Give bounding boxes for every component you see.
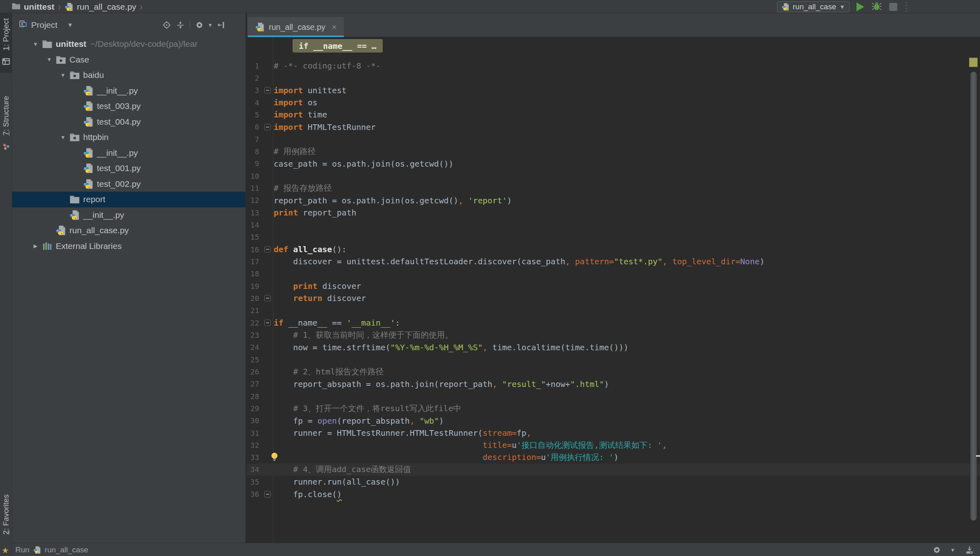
code-line-8[interactable]: 8# 用例路径 <box>247 145 980 157</box>
debug-button[interactable] <box>871 0 882 13</box>
code-line-7[interactable]: 7 <box>247 133 980 145</box>
tool-button-structure[interactable]: 7: Structure <box>2 96 10 136</box>
breadcrumb-project[interactable]: unittest <box>24 2 54 12</box>
tree-item--init-py[interactable]: __init__.py <box>12 145 245 161</box>
status-run-widget[interactable]: Run run_all_case <box>15 543 88 556</box>
tool-button-favorites[interactable]: 2: Favorites <box>2 494 10 534</box>
tree-item-path: ~/Desktop/dev-code(pa)/lear <box>90 39 198 49</box>
code-line-13[interactable]: 13print report_path <box>247 207 980 219</box>
tree-item-baidu[interactable]: ▼baidu <box>12 67 245 83</box>
fold-marker-icon[interactable] <box>262 246 274 253</box>
gear-icon[interactable] <box>195 21 204 29</box>
code-text: import os <box>274 98 980 107</box>
tool-button-project[interactable]: 1: Project <box>2 18 10 50</box>
code-line-18[interactable]: 18 <box>247 268 980 280</box>
tree-item-run-all-case-py[interactable]: run_all_case.py <box>12 223 245 238</box>
structure-tool-icon[interactable] <box>2 142 10 151</box>
editor-zone: run_all_case.py × if __name__ == … 1# -*… <box>247 13 980 543</box>
code-line-16[interactable]: 16def all_case(): <box>247 243 980 255</box>
close-icon[interactable]: × <box>332 23 337 32</box>
editor-tab-run-all-case[interactable]: run_all_case.py × <box>248 17 344 37</box>
code-line-3[interactable]: 3import unittest <box>247 84 980 96</box>
dock-download-icon[interactable] <box>965 545 974 555</box>
code-line-33[interactable]: 33 description=u'用例执行情况: ') <box>247 451 980 464</box>
gear-icon[interactable] <box>932 546 941 554</box>
code-line-12[interactable]: 12report_path = os.path.join(os.getcwd()… <box>247 194 980 207</box>
panel-title[interactable]: Project <box>31 20 57 30</box>
code-line-21[interactable]: 21 <box>247 305 980 317</box>
code-line-25[interactable]: 25 <box>247 353 980 366</box>
code-line-4[interactable]: 4import os <box>247 96 980 109</box>
favorites-star-icon[interactable]: ★ <box>2 546 9 555</box>
fold-marker-icon[interactable] <box>262 124 274 130</box>
code-line-17[interactable]: 17 discover = unittest.defaultTestLoader… <box>247 255 980 268</box>
code-line-23[interactable]: 23 # 1、获取当前时间，这样便于下面的使用。 <box>247 329 980 341</box>
expand-arrow-open-icon[interactable]: ▼ <box>57 134 69 140</box>
collapse-all-icon[interactable] <box>176 21 185 29</box>
tree-item-test-002-py[interactable]: test_002.py <box>12 176 245 192</box>
code-line-35[interactable]: 35 runner.run(all_case()) <box>247 476 980 488</box>
code-line-26[interactable]: 26 # 2、html报告文件路径 <box>247 366 980 378</box>
line-number: 6 <box>247 123 262 131</box>
tree-item-test-004-py[interactable]: test_004.py <box>12 114 245 130</box>
tree-item--init-py[interactable]: __init__.py <box>12 207 245 223</box>
code-line-6[interactable]: 6import HTMLTestRunner <box>247 121 980 133</box>
locate-file-icon[interactable] <box>162 21 171 29</box>
expand-arrow-open-icon[interactable]: ▼ <box>57 72 69 78</box>
tree-item-test-003-py[interactable]: test_003.py <box>12 98 245 114</box>
intention-bulb-icon[interactable] <box>269 451 280 463</box>
tree-item-case[interactable]: ▼Case <box>12 52 245 68</box>
code-line-36[interactable]: 36 fp.close() <box>247 488 980 500</box>
code-line-29[interactable]: 29 # 3、打开一个文件，将result写入此file中 <box>247 402 980 414</box>
tree-item-httpbin[interactable]: ▼httpbin <box>12 130 245 145</box>
code-line-28[interactable]: 28 <box>247 390 980 402</box>
toolbar-drag-handle[interactable] <box>906 2 907 12</box>
code-line-9[interactable]: 9case_path = os.path.join(os.getcwd()) <box>247 158 980 170</box>
code-line-20[interactable]: 20 return discover <box>247 292 980 304</box>
code-line-15[interactable]: 15 <box>247 231 980 243</box>
code-line-11[interactable]: 11# 报告存放路径 <box>247 182 980 194</box>
code-text: description=u'用例执行情况: ') <box>274 452 980 463</box>
fold-marker-icon[interactable] <box>262 320 274 326</box>
code-line-31[interactable]: 31 runner = HTMLTestRunner.HTMLTestRunne… <box>247 427 980 439</box>
chevron-down-icon[interactable]: ▼ <box>67 21 73 28</box>
tree-item-report[interactable]: report <box>12 192 245 207</box>
fold-marker-icon[interactable] <box>262 87 274 94</box>
tree-item-unittest[interactable]: ▼unittest~/Desktop/dev-code(pa)/lear <box>12 36 245 52</box>
tree-item-external-libraries[interactable]: ▶External Libraries <box>12 238 245 254</box>
breadcrumb-file[interactable]: run_all_case.py <box>77 2 136 12</box>
expand-arrow-closed-icon[interactable]: ▶ <box>29 243 42 249</box>
line-number: 2 <box>247 74 262 82</box>
code-line-30[interactable]: 30 fp = open(report_abspath, "wb") <box>247 415 980 427</box>
code-line-19[interactable]: 19 print discover <box>247 280 980 292</box>
error-stripe-mark[interactable] <box>969 58 978 67</box>
fold-marker-icon[interactable] <box>262 295 274 301</box>
code-line-10[interactable]: 10 <box>247 170 980 182</box>
hide-panel-icon[interactable] <box>217 21 226 29</box>
code-line-27[interactable]: 27 report_abspath = os.path.join(report_… <box>247 378 980 390</box>
chevron-down-icon[interactable]: ▾ <box>209 21 212 29</box>
code-line-5[interactable]: 5import time <box>247 109 980 121</box>
code-line-2[interactable]: 2 <box>247 72 980 84</box>
tree-item--init-py[interactable]: __init__.py <box>12 83 245 99</box>
editor-scrollbar[interactable] <box>970 72 977 520</box>
expand-arrow-open-icon[interactable]: ▼ <box>29 41 42 47</box>
stop-button[interactable] <box>889 3 897 11</box>
code-line-1[interactable]: 1# -*- coding:utf-8 -*- <box>247 60 980 72</box>
python-icon <box>83 86 94 96</box>
code-text: runner = HTMLTestRunner.HTMLTestRunner(s… <box>274 428 980 438</box>
fold-marker-icon[interactable] <box>262 491 274 497</box>
project-tool-icon[interactable] <box>2 57 10 66</box>
code-area[interactable]: 1# -*- coding:utf-8 -*-23import unittest… <box>247 60 980 500</box>
code-line-14[interactable]: 14 <box>247 219 980 231</box>
expand-arrow-open-icon[interactable]: ▼ <box>43 56 56 63</box>
code-line-32[interactable]: 32 title=u'接口自动化测试报告,测试结果如下: ', <box>247 439 980 451</box>
code-line-34[interactable]: 34 # 4、调用add_case函数返回值 <box>247 464 980 476</box>
code-line-24[interactable]: 24 now = time.strftime("%Y-%m-%d-%H_%M_%… <box>247 341 980 353</box>
run-button[interactable] <box>856 2 864 11</box>
breadcrumb: unittest › run_all_case.py › <box>12 0 142 13</box>
chevron-down-icon[interactable]: ▾ <box>951 546 954 554</box>
tree-item-test-001-py[interactable]: test_001.py <box>12 161 245 176</box>
code-line-22[interactable]: 22if __name__ == '__main__': <box>247 317 980 329</box>
run-configuration-select[interactable]: run_all_case ▼ <box>777 1 850 12</box>
